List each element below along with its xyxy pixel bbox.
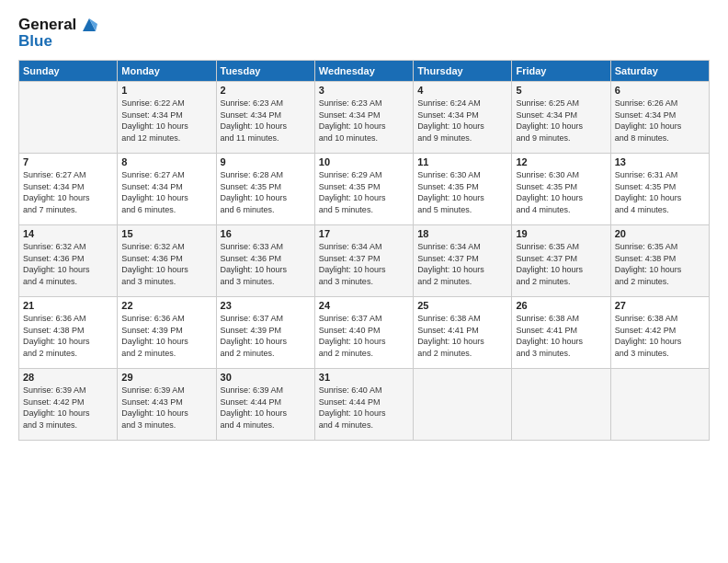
day-info: Sunrise: 6:39 AM Sunset: 4:44 PM Dayligh… bbox=[221, 385, 311, 431]
day-info: Sunrise: 6:26 AM Sunset: 4:34 PM Dayligh… bbox=[615, 98, 705, 144]
day-info: Sunrise: 6:27 AM Sunset: 4:34 PM Dayligh… bbox=[23, 169, 113, 215]
day-cell: 17Sunrise: 6:34 AM Sunset: 4:37 PM Dayli… bbox=[314, 225, 413, 297]
day-cell: 6Sunrise: 6:26 AM Sunset: 4:34 PM Daylig… bbox=[610, 82, 709, 154]
day-info: Sunrise: 6:25 AM Sunset: 4:34 PM Dayligh… bbox=[516, 98, 606, 144]
day-number: 7 bbox=[23, 156, 113, 167]
day-number: 6 bbox=[615, 85, 705, 96]
day-cell: 29Sunrise: 6:39 AM Sunset: 4:43 PM Dayli… bbox=[118, 369, 216, 441]
day-number: 10 bbox=[319, 156, 409, 167]
col-header-saturday: Saturday bbox=[610, 61, 709, 82]
day-number: 16 bbox=[221, 228, 311, 239]
day-cell bbox=[610, 369, 709, 441]
day-cell: 20Sunrise: 6:35 AM Sunset: 4:38 PM Dayli… bbox=[610, 225, 709, 297]
day-info: Sunrise: 6:38 AM Sunset: 4:41 PM Dayligh… bbox=[417, 313, 507, 359]
header: General Blue bbox=[18, 15, 710, 51]
day-number: 29 bbox=[121, 372, 211, 383]
day-number: 1 bbox=[121, 85, 211, 96]
day-cell: 31Sunrise: 6:40 AM Sunset: 4:44 PM Dayli… bbox=[314, 369, 413, 441]
week-row-1: 1Sunrise: 6:22 AM Sunset: 4:34 PM Daylig… bbox=[19, 82, 710, 154]
day-info: Sunrise: 6:30 AM Sunset: 4:35 PM Dayligh… bbox=[417, 169, 507, 215]
day-cell: 5Sunrise: 6:25 AM Sunset: 4:34 PM Daylig… bbox=[512, 82, 610, 154]
day-number: 31 bbox=[319, 372, 409, 383]
logo-blue: Blue bbox=[18, 32, 99, 51]
week-row-2: 7Sunrise: 6:27 AM Sunset: 4:34 PM Daylig… bbox=[19, 154, 710, 225]
day-cell: 7Sunrise: 6:27 AM Sunset: 4:34 PM Daylig… bbox=[19, 154, 118, 225]
day-info: Sunrise: 6:38 AM Sunset: 4:41 PM Dayligh… bbox=[516, 313, 606, 359]
logo: General Blue bbox=[18, 15, 99, 51]
day-cell: 12Sunrise: 6:30 AM Sunset: 4:35 PM Dayli… bbox=[512, 154, 610, 225]
col-header-sunday: Sunday bbox=[19, 61, 118, 82]
day-info: Sunrise: 6:34 AM Sunset: 4:37 PM Dayligh… bbox=[319, 241, 409, 287]
day-info: Sunrise: 6:37 AM Sunset: 4:40 PM Dayligh… bbox=[319, 313, 409, 359]
day-cell: 10Sunrise: 6:29 AM Sunset: 4:35 PM Dayli… bbox=[314, 154, 413, 225]
col-header-tuesday: Tuesday bbox=[216, 61, 314, 82]
day-number: 20 bbox=[615, 228, 705, 239]
day-number: 17 bbox=[319, 228, 409, 239]
week-row-4: 21Sunrise: 6:36 AM Sunset: 4:38 PM Dayli… bbox=[19, 297, 710, 369]
day-number: 27 bbox=[615, 300, 705, 311]
day-cell: 4Sunrise: 6:24 AM Sunset: 4:34 PM Daylig… bbox=[414, 82, 512, 154]
day-number: 11 bbox=[417, 156, 507, 167]
day-number: 24 bbox=[319, 300, 409, 311]
day-number: 4 bbox=[417, 85, 507, 96]
day-info: Sunrise: 6:39 AM Sunset: 4:42 PM Dayligh… bbox=[23, 385, 113, 431]
day-cell: 16Sunrise: 6:33 AM Sunset: 4:36 PM Dayli… bbox=[216, 225, 314, 297]
day-info: Sunrise: 6:23 AM Sunset: 4:34 PM Dayligh… bbox=[221, 98, 311, 144]
day-info: Sunrise: 6:35 AM Sunset: 4:37 PM Dayligh… bbox=[516, 241, 606, 287]
day-number: 5 bbox=[516, 85, 606, 96]
day-info: Sunrise: 6:40 AM Sunset: 4:44 PM Dayligh… bbox=[319, 385, 409, 431]
day-number: 9 bbox=[221, 156, 311, 167]
day-number: 28 bbox=[23, 372, 113, 383]
day-number: 13 bbox=[615, 156, 705, 167]
calendar-table: SundayMondayTuesdayWednesdayThursdayFrid… bbox=[18, 60, 710, 441]
day-cell: 24Sunrise: 6:37 AM Sunset: 4:40 PM Dayli… bbox=[314, 297, 413, 369]
day-cell: 25Sunrise: 6:38 AM Sunset: 4:41 PM Dayli… bbox=[414, 297, 512, 369]
day-cell: 18Sunrise: 6:34 AM Sunset: 4:37 PM Dayli… bbox=[414, 225, 512, 297]
day-info: Sunrise: 6:23 AM Sunset: 4:34 PM Dayligh… bbox=[319, 98, 409, 144]
day-info: Sunrise: 6:37 AM Sunset: 4:39 PM Dayligh… bbox=[221, 313, 311, 359]
day-info: Sunrise: 6:24 AM Sunset: 4:34 PM Dayligh… bbox=[417, 98, 507, 144]
week-row-5: 28Sunrise: 6:39 AM Sunset: 4:42 PM Dayli… bbox=[19, 369, 710, 441]
logo-general: General bbox=[18, 16, 76, 34]
day-cell: 14Sunrise: 6:32 AM Sunset: 4:36 PM Dayli… bbox=[19, 225, 118, 297]
day-info: Sunrise: 6:27 AM Sunset: 4:34 PM Dayligh… bbox=[121, 169, 211, 215]
week-row-3: 14Sunrise: 6:32 AM Sunset: 4:36 PM Dayli… bbox=[19, 225, 710, 297]
day-cell: 3Sunrise: 6:23 AM Sunset: 4:34 PM Daylig… bbox=[314, 82, 413, 154]
day-number: 26 bbox=[516, 300, 606, 311]
page-container: General Blue SundayMondayTuesdayWednesda… bbox=[0, 0, 728, 450]
day-info: Sunrise: 6:32 AM Sunset: 4:36 PM Dayligh… bbox=[121, 241, 211, 287]
day-cell: 2Sunrise: 6:23 AM Sunset: 4:34 PM Daylig… bbox=[216, 82, 314, 154]
day-info: Sunrise: 6:28 AM Sunset: 4:35 PM Dayligh… bbox=[221, 169, 311, 215]
header-row: SundayMondayTuesdayWednesdayThursdayFrid… bbox=[19, 61, 710, 82]
day-cell bbox=[512, 369, 610, 441]
day-info: Sunrise: 6:35 AM Sunset: 4:38 PM Dayligh… bbox=[615, 241, 705, 287]
day-cell bbox=[414, 369, 512, 441]
day-number: 8 bbox=[121, 156, 211, 167]
day-cell: 8Sunrise: 6:27 AM Sunset: 4:34 PM Daylig… bbox=[118, 154, 216, 225]
day-number: 12 bbox=[516, 156, 606, 167]
day-cell: 30Sunrise: 6:39 AM Sunset: 4:44 PM Dayli… bbox=[216, 369, 314, 441]
day-cell bbox=[19, 82, 118, 154]
day-cell: 22Sunrise: 6:36 AM Sunset: 4:39 PM Dayli… bbox=[118, 297, 216, 369]
day-number: 25 bbox=[417, 300, 507, 311]
day-cell: 15Sunrise: 6:32 AM Sunset: 4:36 PM Dayli… bbox=[118, 225, 216, 297]
day-info: Sunrise: 6:36 AM Sunset: 4:39 PM Dayligh… bbox=[121, 313, 211, 359]
day-cell: 19Sunrise: 6:35 AM Sunset: 4:37 PM Dayli… bbox=[512, 225, 610, 297]
day-number: 18 bbox=[417, 228, 507, 239]
day-number: 21 bbox=[23, 300, 113, 311]
day-number: 15 bbox=[121, 228, 211, 239]
day-info: Sunrise: 6:38 AM Sunset: 4:42 PM Dayligh… bbox=[615, 313, 705, 359]
day-info: Sunrise: 6:36 AM Sunset: 4:38 PM Dayligh… bbox=[23, 313, 113, 359]
day-info: Sunrise: 6:33 AM Sunset: 4:36 PM Dayligh… bbox=[221, 241, 311, 287]
day-cell: 1Sunrise: 6:22 AM Sunset: 4:34 PM Daylig… bbox=[118, 82, 216, 154]
day-cell: 28Sunrise: 6:39 AM Sunset: 4:42 PM Dayli… bbox=[19, 369, 118, 441]
col-header-monday: Monday bbox=[118, 61, 216, 82]
day-number: 23 bbox=[221, 300, 311, 311]
day-info: Sunrise: 6:29 AM Sunset: 4:35 PM Dayligh… bbox=[319, 169, 409, 215]
day-number: 2 bbox=[221, 85, 311, 96]
day-number: 3 bbox=[319, 85, 409, 96]
logo-icon bbox=[79, 15, 99, 35]
day-info: Sunrise: 6:22 AM Sunset: 4:34 PM Dayligh… bbox=[121, 98, 211, 144]
col-header-wednesday: Wednesday bbox=[314, 61, 413, 82]
day-cell: 27Sunrise: 6:38 AM Sunset: 4:42 PM Dayli… bbox=[610, 297, 709, 369]
